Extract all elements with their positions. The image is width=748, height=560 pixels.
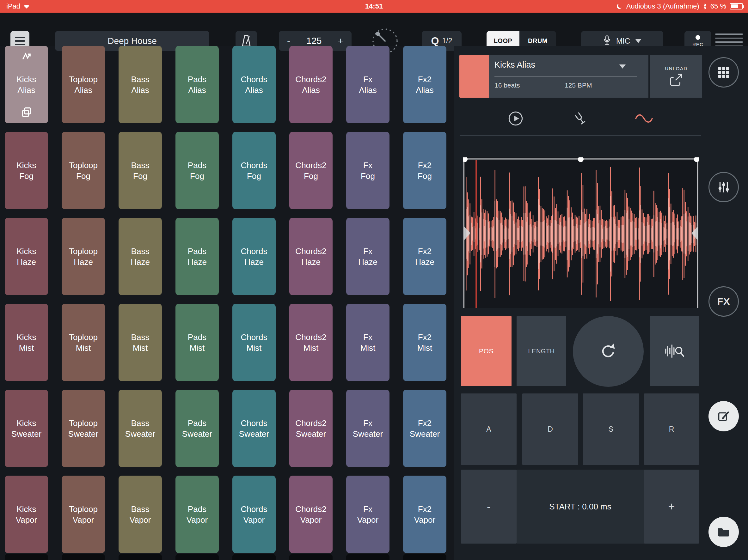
- pad-fx2-vapor[interactable]: Fx2Vapor: [403, 476, 446, 553]
- pad-bass-fog[interactable]: BassFog: [119, 132, 162, 209]
- pads-view-button[interactable]: [708, 57, 739, 88]
- pad-stub[interactable]: [5, 554, 48, 560]
- pad-chords-alias[interactable]: ChordsAlias: [232, 46, 276, 123]
- sample-color-swatch: [459, 55, 489, 98]
- tab-waveform[interactable]: [634, 108, 654, 129]
- pad-chords-mist[interactable]: ChordsMist: [232, 304, 276, 381]
- pad-chords2-vapor[interactable]: Chords2Vapor: [289, 476, 333, 553]
- pad-fx-mist[interactable]: FxMist: [346, 304, 390, 381]
- pad-pads-haze[interactable]: PadsHaze: [176, 218, 219, 295]
- pad-fx2-fog[interactable]: Fx2Fog: [403, 132, 446, 209]
- pad-chords2-fog[interactable]: Chords2Fog: [289, 132, 333, 209]
- pad-kicks-vapor[interactable]: KicksVapor: [5, 476, 48, 553]
- pad-fx-vapor[interactable]: FxVapor: [346, 476, 390, 553]
- pad-label: FxHaze: [358, 246, 377, 267]
- pad-kicks-fog[interactable]: KicksFog: [5, 132, 48, 209]
- pad-fx2-alias[interactable]: Fx2Alias: [403, 46, 446, 123]
- pad-label: PadsMist: [188, 332, 206, 353]
- pad-bass-mist[interactable]: BassMist: [119, 304, 162, 381]
- pad-fx-fog[interactable]: FxFog: [346, 132, 390, 209]
- pad-toploop-sweater[interactable]: ToploopSweater: [62, 390, 105, 467]
- pad-toploop-mist[interactable]: ToploopMist: [62, 304, 105, 381]
- loop-label: LOOP: [494, 37, 512, 45]
- pad-chords-haze[interactable]: ChordsHaze: [232, 218, 276, 295]
- waveform-display[interactable]: [463, 157, 699, 308]
- pad-fx-sweater[interactable]: FxSweater: [346, 390, 390, 467]
- sustain-button[interactable]: S: [583, 393, 639, 465]
- pad-stub[interactable]: [62, 554, 105, 560]
- length-label: LENGTH: [528, 348, 555, 355]
- fx-button[interactable]: FX: [708, 286, 739, 317]
- pad-chords-fog[interactable]: ChordsFog: [232, 132, 276, 209]
- pos-button[interactable]: POS: [461, 316, 512, 386]
- sample-name[interactable]: Kicks Alias: [494, 60, 535, 70]
- pad-label: ToploopFog: [69, 160, 98, 181]
- pad-chords2-alias[interactable]: Chords2Alias: [289, 46, 333, 123]
- pad-fx2-mist[interactable]: Fx2Mist: [403, 304, 446, 381]
- library-button[interactable]: [708, 517, 739, 547]
- pad-stub[interactable]: [403, 554, 446, 560]
- release-label: R: [669, 425, 674, 434]
- release-button[interactable]: R: [644, 393, 699, 465]
- pad-chords-sweater[interactable]: ChordsSweater: [232, 390, 276, 467]
- pad-kicks-alias[interactable]: KicksAlias: [5, 46, 48, 123]
- app-screen: iPad 14:51 Audiobus 3 (Aufnahme) 65 % De…: [0, 0, 748, 560]
- pad-fx-haze[interactable]: FxHaze: [346, 218, 390, 295]
- pad-stub[interactable]: [119, 554, 162, 560]
- start-decrease-button[interactable]: -: [461, 470, 517, 543]
- sample-selector[interactable]: Kicks Alias 16 beats 125 BPM: [489, 55, 649, 98]
- pad-toploop-haze[interactable]: ToploopHaze: [62, 218, 105, 295]
- pad-pads-sweater[interactable]: PadsSweater: [176, 390, 219, 467]
- pad-fx2-haze[interactable]: Fx2Haze: [403, 218, 446, 295]
- pad-bass-alias[interactable]: BassAlias: [119, 46, 162, 123]
- pad-pads-mist[interactable]: PadsMist: [176, 304, 219, 381]
- pad-stub[interactable]: [176, 554, 219, 560]
- divider: [460, 135, 701, 136]
- pad-label: FxSweater: [353, 418, 383, 439]
- pad-toploop-alias[interactable]: ToploopAlias: [62, 46, 105, 123]
- pad-label: BassSweater: [125, 418, 155, 439]
- recording-app-label[interactable]: Audiobus 3 (Aufnahme): [626, 2, 699, 10]
- pad-toploop-vapor[interactable]: ToploopVapor: [62, 476, 105, 553]
- fader-lines-icon[interactable]: [715, 33, 743, 46]
- start-increase-button[interactable]: +: [644, 470, 699, 543]
- pad-chords2-sweater[interactable]: Chords2Sweater: [289, 390, 333, 467]
- pad-bass-haze[interactable]: BassHaze: [119, 218, 162, 295]
- pad-fx-alias[interactable]: FxAlias: [346, 46, 390, 123]
- mixer-button[interactable]: [708, 172, 739, 202]
- pad-chords-vapor[interactable]: ChordsVapor: [232, 476, 276, 553]
- loop-mode-dial[interactable]: [573, 316, 644, 387]
- pad-stub[interactable]: [289, 554, 333, 560]
- tempo-value[interactable]: 125: [306, 36, 322, 46]
- pad-stub[interactable]: [232, 554, 276, 560]
- pad-chords2-haze[interactable]: Chords2Haze: [289, 218, 333, 295]
- pad-pads-fog[interactable]: PadsFog: [176, 132, 219, 209]
- tempo-decrease-button[interactable]: -: [287, 36, 290, 46]
- sample-dropdown-icon[interactable]: [619, 65, 626, 69]
- tab-tune[interactable]: [570, 108, 590, 129]
- pad-label: Fx2Sweater: [410, 418, 440, 439]
- pad-label: Fx2Haze: [415, 246, 435, 267]
- tab-play[interactable]: [506, 108, 526, 129]
- pad-fx2-sweater[interactable]: Fx2Sweater: [403, 390, 446, 467]
- waveform-zoom-button[interactable]: [650, 316, 699, 386]
- attack-button[interactable]: A: [461, 393, 517, 465]
- length-button[interactable]: LENGTH: [517, 316, 566, 386]
- pad-kicks-mist[interactable]: KicksMist: [5, 304, 48, 381]
- tempo-increase-button[interactable]: +: [337, 36, 343, 46]
- pad-toploop-fog[interactable]: ToploopFog: [62, 132, 105, 209]
- edit-button[interactable]: [708, 401, 739, 431]
- pad-kicks-haze[interactable]: KicksHaze: [5, 218, 48, 295]
- pad-kicks-sweater[interactable]: KicksSweater: [5, 390, 48, 467]
- pad-pads-vapor[interactable]: PadsVapor: [176, 476, 219, 553]
- pad-bass-sweater[interactable]: BassSweater: [119, 390, 162, 467]
- pad-grid-next-row: [5, 554, 446, 560]
- decay-button[interactable]: D: [522, 393, 578, 465]
- unload-button[interactable]: UNLOAD: [650, 55, 702, 98]
- pad-stub[interactable]: [346, 554, 390, 560]
- pad-label: PadsFog: [188, 160, 206, 181]
- battery-percent: 65 %: [710, 2, 726, 10]
- pad-bass-vapor[interactable]: BassVapor: [119, 476, 162, 553]
- pad-chords2-mist[interactable]: Chords2Mist: [289, 304, 333, 381]
- pad-pads-alias[interactable]: PadsAlias: [176, 46, 219, 123]
